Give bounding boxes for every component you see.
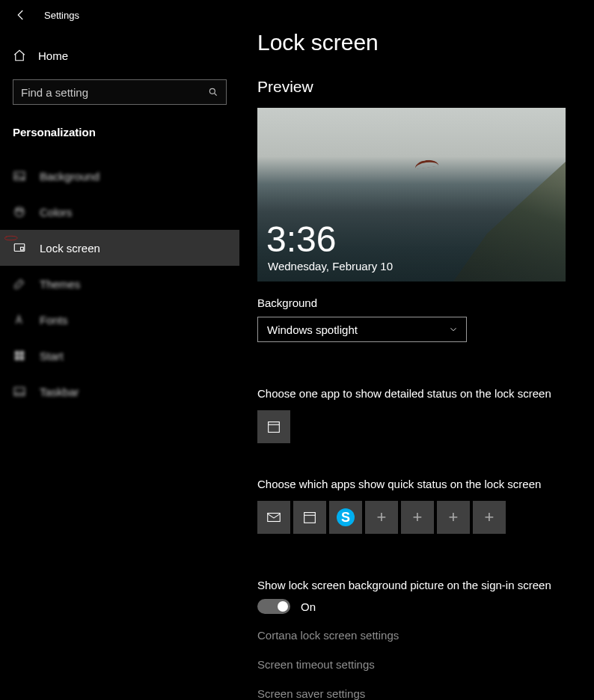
calendar-icon (301, 509, 318, 526)
titlebar: Settings (0, 0, 239, 30)
signin-picture-label: Show lock screen background picture on t… (257, 579, 594, 591)
detailed-status-row (257, 410, 594, 443)
svg-rect-7 (15, 351, 19, 355)
lockscreen-preview: 3:36 Wednesday, February 10 (257, 108, 566, 281)
dropdown-value: Windows spotlight (267, 323, 358, 336)
back-icon[interactable] (14, 8, 28, 22)
svg-rect-13 (269, 422, 280, 433)
taskbar-icon (13, 385, 26, 398)
quick-app-add-4[interactable]: + (473, 501, 506, 534)
picture-icon (13, 169, 26, 183)
skype-icon: S (337, 508, 355, 526)
svg-point-0 (209, 88, 215, 94)
signin-toggle-row: On (257, 599, 594, 614)
fonts-icon (13, 313, 26, 326)
svg-point-3 (17, 210, 19, 211)
signin-toggle[interactable] (257, 599, 290, 614)
detailed-app-calendar[interactable] (257, 410, 290, 443)
link-cortana-settings[interactable]: Cortana lock screen settings (257, 629, 594, 642)
quick-app-mail[interactable] (257, 501, 290, 534)
quick-status-row: S + + + + (257, 501, 594, 534)
sidebar-item-background[interactable]: Background (0, 158, 239, 194)
detailed-status-label: Choose one app to show detailed status o… (257, 387, 594, 400)
preview-time: 3:36 (266, 222, 336, 258)
start-icon (13, 349, 26, 362)
mail-icon (266, 509, 282, 526)
plus-icon: + (449, 508, 459, 527)
quick-app-calendar[interactable] (293, 501, 326, 534)
sidebar-item-label: Themes (40, 278, 80, 290)
sidebar-item-label: Lock screen (40, 242, 100, 255)
quick-app-add-3[interactable]: + (437, 501, 470, 534)
home-button[interactable]: Home (0, 37, 239, 73)
svg-rect-11 (14, 388, 25, 396)
svg-rect-10 (20, 356, 24, 360)
svg-rect-21 (268, 514, 281, 522)
home-icon (13, 49, 26, 62)
link-screen-saver[interactable]: Screen saver settings (257, 687, 594, 700)
sidebar-item-lockscreen[interactable]: Lock screen (0, 230, 239, 266)
plus-icon: + (377, 508, 387, 527)
preview-date: Wednesday, February 10 (268, 260, 393, 273)
svg-rect-6 (21, 247, 24, 250)
background-label: Background (257, 296, 594, 309)
quick-app-add-2[interactable]: + (401, 501, 434, 534)
sidebar-item-taskbar[interactable]: Taskbar (0, 374, 239, 410)
sidebar-item-start[interactable]: Start (0, 338, 239, 374)
sidebar-item-label: Fonts (40, 314, 68, 326)
page-title: Lock screen (257, 30, 594, 55)
sidebar-item-label: Colors (40, 206, 72, 219)
plus-icon: + (485, 508, 495, 527)
svg-rect-9 (15, 356, 19, 360)
svg-rect-22 (304, 513, 316, 523)
svg-point-2 (15, 207, 24, 216)
sidebar-item-colors[interactable]: Colors (0, 194, 239, 230)
lockscreen-icon (13, 241, 26, 255)
background-dropdown[interactable]: Windows spotlight (257, 317, 467, 342)
quick-app-skype[interactable]: S (329, 501, 362, 534)
sidebar-item-label: Taskbar (40, 386, 79, 398)
sidebar-item-themes[interactable]: Themes (0, 266, 239, 302)
section-header: Personalization (0, 105, 239, 139)
svg-point-4 (20, 210, 22, 211)
sidebar-item-label: Start (40, 350, 64, 362)
quick-app-add-1[interactable]: + (365, 501, 398, 534)
sidebar-item-fonts[interactable]: Fonts (0, 302, 239, 338)
titlebar-text: Settings (44, 10, 79, 21)
chevron-down-icon (448, 324, 459, 335)
nav-list: Background Colors Lock screen Themes Fon… (0, 158, 239, 410)
palette-icon (13, 205, 26, 219)
calendar-icon (266, 419, 282, 435)
search-input[interactable] (21, 86, 193, 99)
themes-icon (13, 277, 26, 290)
preview-heading: Preview (257, 78, 594, 96)
toggle-state-label: On (301, 600, 316, 613)
main-panel: Lock screen Preview 3:36 Wednesday, Febr… (239, 0, 594, 700)
search-icon (208, 87, 218, 97)
sidebar: Settings Home Personalization Background… (0, 0, 239, 700)
svg-rect-8 (20, 351, 24, 355)
link-screen-timeout[interactable]: Screen timeout settings (257, 658, 594, 671)
search-box[interactable] (13, 79, 227, 105)
plus-icon: + (413, 508, 423, 527)
quick-status-label: Choose which apps show quick status on t… (257, 478, 594, 490)
paraglider-graphic (414, 159, 438, 169)
home-label: Home (38, 49, 68, 62)
sidebar-item-label: Background (40, 170, 99, 183)
